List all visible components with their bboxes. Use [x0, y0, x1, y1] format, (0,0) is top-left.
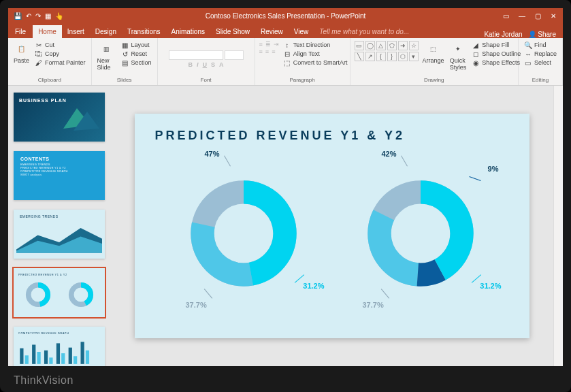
format-painter-button[interactable]: 🖌Format Painter — [33, 59, 87, 67]
slide-editor[interactable]: PREDICTED REVENUE Y1 & Y2 47% 31.2% 37.7… — [110, 86, 553, 366]
section-icon: ▤ — [121, 59, 129, 67]
chart-label: 31.2% — [303, 282, 324, 290]
tab-file[interactable]: File — [8, 25, 33, 38]
tab-home[interactable]: Home — [33, 25, 62, 38]
touch-mode-icon[interactable]: 👆 — [55, 12, 63, 20]
slide-title[interactable]: PREDICTED REVENUE Y1 & Y2 — [155, 129, 509, 143]
bullets-button[interactable]: ≡ — [259, 41, 263, 48]
quick-styles-button[interactable]: ✦Quick Styles — [448, 41, 468, 72]
align-text-button[interactable]: ⊟Align Text — [282, 50, 349, 58]
group-editing: 🔍Find ↔Replace ▭Select Editing — [519, 38, 563, 85]
new-slide-icon: ▥ — [99, 42, 113, 56]
monitor-brand: ThinkVision — [14, 374, 74, 387]
layout-icon: ▦ — [121, 41, 129, 49]
chart-label: 31.2% — [480, 282, 501, 290]
paste-button[interactable]: 📋 Paste — [12, 41, 31, 65]
document-title: Contoso Electronics Sales Presentation -… — [206, 12, 366, 20]
copy-button[interactable]: ⿻Copy — [33, 50, 87, 58]
tab-animations[interactable]: Animations — [166, 25, 210, 38]
chart-label: 37.7% — [186, 301, 207, 309]
quick-styles-icon: ✦ — [451, 42, 465, 56]
ribbon-options-icon[interactable]: ▭ — [503, 12, 509, 20]
group-clipboard: 📋 Paste ✂Cut ⿻Copy 🖌Format Painter Clipb… — [8, 38, 92, 85]
user-name[interactable]: Katie Jordan — [484, 31, 522, 38]
layout-button[interactable]: ▦Layout — [120, 41, 153, 49]
section-button[interactable]: ▤Section — [120, 59, 153, 67]
align-right-button[interactable]: ≡ — [272, 48, 275, 55]
smartart-icon: ⬚ — [283, 59, 291, 67]
italic-button[interactable]: I — [197, 61, 199, 68]
strikethrough-button[interactable]: S — [211, 61, 215, 68]
font-color-button[interactable]: A — [219, 61, 224, 68]
powerpoint-app: 💾 ↶ ↷ ▦ 👆 Contoso Electronics Sales Pres… — [8, 8, 563, 366]
new-slide-button[interactable]: ▥ New Slide — [96, 41, 117, 72]
chart-label: 37.7% — [363, 301, 384, 309]
fill-icon: ◢ — [472, 41, 480, 49]
thumbnail-4[interactable]: PREDICTED REVENUE Y1 & Y2 — [14, 268, 105, 317]
minimize-icon[interactable]: — — [519, 12, 525, 20]
shape-outline-button[interactable]: ◻Shape Outline — [470, 50, 522, 58]
font-family-select[interactable] — [169, 50, 223, 60]
brush-icon: 🖌 — [35, 59, 43, 67]
chart-label: 9% — [488, 165, 499, 173]
redo-icon[interactable]: ↷ — [35, 12, 41, 20]
select-button[interactable]: ▭Select — [523, 59, 558, 67]
align-center-button[interactable]: ≡ — [265, 48, 269, 55]
tab-transitions[interactable]: Transitions — [122, 25, 166, 38]
start-slideshow-icon[interactable]: ▦ — [45, 12, 51, 20]
font-size-select[interactable] — [225, 50, 244, 60]
replace-button[interactable]: ↔Replace — [523, 50, 558, 58]
text-direction-button[interactable]: ↕Text Direction — [282, 41, 349, 49]
share-button[interactable]: 👤 Share — [528, 31, 556, 38]
vertical-scrollbar[interactable] — [553, 86, 563, 366]
tab-insert[interactable]: Insert — [62, 25, 90, 38]
group-font: B I U S A Font — [158, 38, 255, 85]
reset-icon: ↺ — [121, 50, 129, 58]
thumbnail-3[interactable]: EMERGING TRENDS — [14, 210, 105, 259]
svg-rect-12 — [44, 350, 48, 364]
shape-gallery[interactable]: ▭◯△⬠➜☆ ╲↗{}⬡▾ — [355, 41, 419, 61]
arrange-button[interactable]: ⬚Arrange — [421, 41, 446, 65]
align-left-button[interactable]: ≡ — [259, 48, 263, 55]
close-icon[interactable]: ✕ — [551, 12, 556, 20]
effects-icon: ◉ — [472, 59, 480, 67]
arrange-icon: ⬚ — [427, 42, 440, 56]
current-slide[interactable]: PREDICTED REVENUE Y1 & Y2 47% 31.2% 37.7… — [135, 114, 529, 338]
group-paragraph: ≡≣⇥ ≡≡≡ ↕Text Direction ⊟Align Text ⬚Con… — [255, 38, 350, 85]
svg-rect-10 — [32, 345, 35, 364]
svg-rect-18 — [81, 342, 84, 364]
convert-smartart-button[interactable]: ⬚Convert to SmartArt — [282, 59, 349, 67]
thumbnail-1[interactable]: BUSINESS PLAN — [14, 93, 105, 142]
donut-chart-icon — [189, 179, 298, 288]
find-icon: 🔍 — [524, 41, 532, 49]
tab-review[interactable]: Review — [255, 25, 289, 38]
tab-view[interactable]: View — [289, 25, 314, 38]
numbering-button[interactable]: ≣ — [265, 41, 271, 48]
text-direction-icon: ↕ — [283, 41, 291, 49]
svg-rect-13 — [49, 357, 52, 363]
cut-button[interactable]: ✂Cut — [33, 41, 87, 49]
chart-y1[interactable]: 47% 31.2% 37.7% — [165, 148, 322, 318]
chart-label: 42% — [382, 150, 397, 158]
tell-me-search[interactable]: Tell me what you want to do... — [314, 25, 414, 38]
maximize-icon[interactable]: ▢ — [535, 12, 541, 20]
tab-slideshow[interactable]: Slide Show — [210, 25, 255, 38]
thumbnail-5[interactable]: COMPETITOR REVENUE GRAPH — [14, 327, 105, 366]
svg-rect-8 — [20, 348, 23, 364]
svg-rect-9 — [25, 355, 29, 364]
indent-button[interactable]: ⇥ — [274, 41, 279, 48]
tab-design[interactable]: Design — [90, 25, 122, 38]
find-button[interactable]: 🔍Find — [523, 41, 558, 49]
paste-icon: 📋 — [15, 42, 29, 56]
thumbnail-2[interactable]: CONTENTS EMERGING TRENDS PREDICTED REVEN… — [14, 151, 105, 200]
shape-effects-button[interactable]: ◉Shape Effects — [470, 59, 522, 67]
shape-fill-button[interactable]: ◢Shape Fill — [470, 41, 522, 49]
bold-button[interactable]: B — [189, 61, 193, 68]
reset-button[interactable]: ↺Reset — [120, 50, 153, 58]
chart-y2[interactable]: 42% 9% 31.2% 37.7% — [342, 148, 499, 318]
svg-rect-15 — [61, 353, 65, 364]
group-slides: ▥ New Slide ▦Layout ↺Reset ▤Section Slid… — [92, 38, 158, 85]
save-icon[interactable]: 💾 — [14, 12, 22, 20]
underline-button[interactable]: U — [203, 61, 208, 68]
undo-icon[interactable]: ↶ — [26, 12, 31, 20]
